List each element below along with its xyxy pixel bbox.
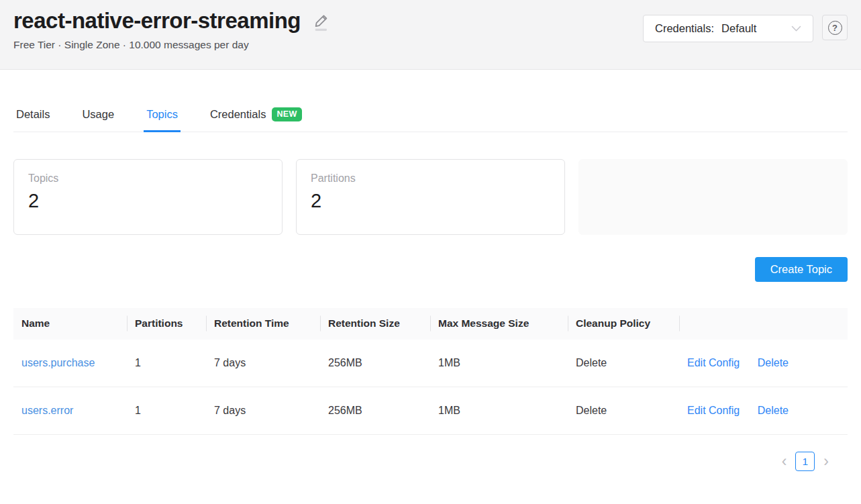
tab-usage[interactable]: Usage <box>79 107 117 132</box>
delete-topic-link[interactable]: Delete <box>758 405 789 416</box>
table-row: users.error 1 7 days 256MB 1MB Delete Ed… <box>13 387 848 435</box>
cell-cleanup-policy: Delete <box>568 387 679 435</box>
column-header-retention-time: Retention Time <box>206 308 320 340</box>
cell-partitions: 1 <box>127 387 206 435</box>
stats-cards: Topics 2 Partitions 2 <box>13 159 848 235</box>
tab-credentials-label: Credentials <box>210 108 266 121</box>
stat-value-partitions: 2 <box>311 190 550 212</box>
stat-label-topics: Topics <box>28 172 268 185</box>
cell-max-message-size: 1MB <box>430 340 568 387</box>
table-row: users.purchase 1 7 days 256MB 1MB Delete… <box>13 340 848 387</box>
stat-label-partitions: Partitions <box>311 172 550 185</box>
edit-title-icon[interactable] <box>313 12 331 32</box>
tab-credentials[interactable]: Credentials NEW <box>207 107 305 132</box>
column-header-partitions: Partitions <box>127 308 206 340</box>
app-header: react-native-error-streaming Free Tier ·… <box>0 0 861 70</box>
actions-row: Create Topic <box>13 257 848 282</box>
credentials-selected-value: Default <box>721 22 756 35</box>
cell-max-message-size: 1MB <box>430 387 568 435</box>
stat-value-topics: 2 <box>28 190 268 212</box>
chevron-down-icon <box>791 26 801 32</box>
credentials-dropdown[interactable]: Credentials: Default <box>643 15 813 42</box>
topic-name-link[interactable]: users.error <box>21 405 73 416</box>
cell-cleanup-policy: Delete <box>568 340 679 387</box>
question-icon: ? <box>828 21 842 35</box>
current-page[interactable]: 1 <box>795 452 815 471</box>
column-header-max-message-size: Max Message Size <box>430 308 568 340</box>
cell-partitions: 1 <box>127 340 206 387</box>
cell-retention-size: 256MB <box>320 387 430 435</box>
create-topic-button[interactable]: Create Topic <box>755 257 848 282</box>
page-title: react-native-error-streaming <box>13 7 301 34</box>
tab-bar: Details Usage Topics Credentials NEW <box>13 107 848 132</box>
edit-config-link[interactable]: Edit Config <box>687 405 740 416</box>
stat-card-partitions: Partitions 2 <box>296 159 565 235</box>
tab-topics-label: Topics <box>146 108 178 121</box>
stat-card-empty <box>578 159 848 235</box>
tab-details-label: Details <box>16 108 50 121</box>
column-header-name: Name <box>13 308 127 340</box>
pencil-icon <box>313 12 331 32</box>
cell-retention-size: 256MB <box>320 340 430 387</box>
help-button[interactable]: ? <box>822 15 848 40</box>
cell-retention-time: 7 days <box>206 387 320 435</box>
header-right: Credentials: Default ? <box>643 7 848 69</box>
table-header-row: Name Partitions Retention Time Retention… <box>13 308 848 340</box>
stat-card-topics: Topics 2 <box>13 159 283 235</box>
pagination: ‹ 1 › <box>13 452 848 471</box>
tab-usage-label: Usage <box>82 108 114 121</box>
header-left: react-native-error-streaming Free Tier ·… <box>13 7 331 69</box>
next-page-icon[interactable]: › <box>822 454 830 469</box>
column-header-cleanup-policy: Cleanup Policy <box>568 308 679 340</box>
topics-table: Name Partitions Retention Time Retention… <box>13 308 848 436</box>
credentials-label: Credentials: <box>655 22 714 35</box>
topic-name-link[interactable]: users.purchase <box>21 357 95 368</box>
column-header-retention-size: Retention Size <box>320 308 430 340</box>
delete-topic-link[interactable]: Delete <box>758 357 789 368</box>
main-content: Details Usage Topics Credentials NEW Top… <box>0 107 861 471</box>
column-header-actions <box>679 308 848 340</box>
edit-config-link[interactable]: Edit Config <box>687 357 740 368</box>
plan-subtitle: Free Tier · Single Zone · 10.000 message… <box>13 39 331 51</box>
tab-details[interactable]: Details <box>13 107 52 132</box>
tab-topics[interactable]: Topics <box>144 107 181 132</box>
prev-page-icon[interactable]: ‹ <box>780 454 789 469</box>
new-badge: NEW <box>272 107 301 121</box>
cell-retention-time: 7 days <box>206 340 320 387</box>
